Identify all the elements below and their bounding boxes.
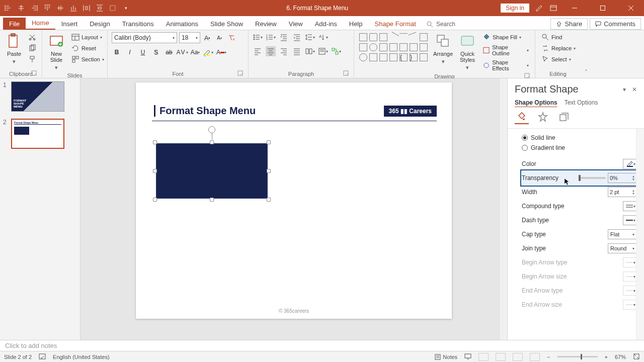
bullets-icon[interactable]: ▾: [253, 32, 263, 42]
collapse-ribbon-icon[interactable]: ˄: [581, 30, 592, 78]
drawing-dialog-icon[interactable]: [524, 72, 531, 79]
tab-home[interactable]: Home: [26, 17, 55, 30]
indent-right-icon[interactable]: [292, 32, 302, 42]
qat-align-bottom-icon[interactable]: [69, 4, 77, 12]
spellcheck-icon[interactable]: [39, 353, 46, 361]
resize-handle[interactable]: [267, 169, 271, 173]
underline-icon[interactable]: U: [138, 47, 148, 57]
increase-font-icon[interactable]: A▴: [202, 33, 212, 43]
selected-shape[interactable]: [153, 140, 271, 202]
join-type-select[interactable]: Round▾: [608, 243, 637, 253]
notes-pane[interactable]: Click to add notes: [0, 340, 644, 351]
layout-button[interactable]: Layout▾: [69, 32, 106, 42]
tab-view[interactable]: View: [283, 18, 309, 30]
resize-handle[interactable]: [210, 140, 214, 144]
indent-left-icon[interactable]: [279, 32, 289, 42]
compound-type-picker[interactable]: ▾: [623, 201, 637, 211]
select-button[interactable]: Select▾: [539, 54, 578, 64]
vertical-scrollbar[interactable]: [499, 78, 507, 340]
effects-icon[interactable]: [536, 110, 550, 124]
zoom-level[interactable]: 67%: [615, 354, 626, 360]
tab-file[interactable]: File: [3, 18, 26, 30]
font-name-select[interactable]: Calibri (Body)▾: [112, 32, 177, 43]
ribbon-display-icon[interactable]: [549, 4, 557, 12]
resize-handle[interactable]: [153, 169, 157, 173]
thumbnail-2[interactable]: Format Shape Menu: [11, 119, 64, 149]
align-center-icon[interactable]: [266, 46, 276, 56]
shape-fill-button[interactable]: Shape Fill▾: [480, 32, 531, 42]
resize-handle[interactable]: [153, 140, 157, 144]
cut-icon[interactable]: [27, 32, 37, 42]
shape-outline-button[interactable]: Shape Outline▾: [480, 43, 531, 57]
qat-align-center-icon[interactable]: [17, 4, 25, 12]
language-indicator[interactable]: English (United States): [53, 354, 110, 360]
strikethrough-icon[interactable]: ab: [164, 47, 174, 57]
font-color-icon[interactable]: A▾: [216, 47, 226, 57]
tab-animations[interactable]: Animations: [160, 18, 204, 30]
shadow-icon[interactable]: S: [151, 47, 161, 57]
columns-icon[interactable]: ▾: [305, 46, 315, 56]
qat-customize-icon[interactable]: ▾: [122, 4, 130, 12]
qat-align-right-icon[interactable]: [30, 4, 38, 12]
italic-icon[interactable]: I: [125, 47, 135, 57]
zoom-slider[interactable]: [557, 356, 598, 357]
transparency-input[interactable]: 0%▲▼: [608, 173, 637, 183]
minimize-button[interactable]: [564, 1, 586, 16]
normal-view-icon[interactable]: [478, 353, 489, 361]
close-button[interactable]: [620, 1, 642, 16]
size-props-icon[interactable]: [557, 110, 571, 124]
gradient-line-radio[interactable]: Gradient line: [522, 143, 637, 153]
cap-type-select[interactable]: Flat▾: [608, 229, 637, 239]
new-slide-button[interactable]: New Slide▾: [46, 32, 66, 71]
find-button[interactable]: Find: [539, 32, 578, 42]
paragraph-dialog-icon[interactable]: [343, 70, 350, 77]
share-button[interactable]: Share: [550, 18, 588, 30]
transparency-slider[interactable]: [579, 177, 606, 179]
tab-addins[interactable]: Add-ins: [309, 18, 343, 30]
align-left-icon[interactable]: [253, 46, 263, 56]
mode-icon[interactable]: [535, 4, 543, 12]
format-painter-icon[interactable]: [27, 54, 37, 64]
clipboard-dialog-icon[interactable]: [31, 70, 38, 77]
align-text-icon[interactable]: ▾: [318, 46, 328, 56]
solid-line-radio[interactable]: Solid line: [522, 133, 637, 143]
resize-handle[interactable]: [267, 140, 271, 144]
font-size-select[interactable]: 18▾: [179, 32, 200, 43]
arrange-button[interactable]: Arrange▾: [432, 32, 454, 65]
numbering-icon[interactable]: 123▾: [266, 32, 276, 42]
copy-icon[interactable]: [27, 43, 37, 53]
font-dialog-icon[interactable]: [237, 70, 244, 77]
resize-handle[interactable]: [210, 198, 214, 202]
qat-align-left-icon[interactable]: [4, 4, 12, 12]
pane-tab-text-options[interactable]: Text Options: [565, 99, 598, 106]
search-box[interactable]: Search: [422, 19, 459, 30]
tab-transitions[interactable]: Transitions: [116, 18, 160, 30]
tab-design[interactable]: Design: [84, 18, 116, 30]
smartart-icon[interactable]: ▾: [331, 46, 341, 56]
qat-align-top-icon[interactable]: [43, 4, 51, 12]
tab-help[interactable]: Help: [343, 18, 369, 30]
maximize-button[interactable]: [592, 1, 614, 16]
reset-button[interactable]: Reset: [69, 43, 106, 53]
clear-formatting-icon[interactable]: [226, 33, 236, 43]
quick-styles-button[interactable]: Quick Styles▾: [457, 32, 477, 71]
comments-button[interactable]: Comments: [590, 18, 641, 30]
dash-type-picker[interactable]: ▾: [623, 215, 637, 225]
width-input[interactable]: 2 pt▲▼: [608, 187, 637, 197]
pane-close-icon[interactable]: ✕: [632, 86, 637, 93]
thumbnail-1[interactable]: FORMAT SHAPE MENU: [11, 81, 64, 112]
highlight-icon[interactable]: ▾: [203, 47, 213, 57]
display-settings-icon[interactable]: [464, 353, 471, 361]
tab-insert[interactable]: Insert: [55, 18, 84, 30]
slideshow-view-icon[interactable]: [530, 353, 540, 361]
change-case-icon[interactable]: Aa▾: [190, 47, 200, 57]
resize-handle[interactable]: [153, 198, 157, 202]
pane-scrollbar[interactable]: [636, 129, 644, 340]
decrease-font-icon[interactable]: A▾: [214, 33, 224, 43]
paste-button[interactable]: Paste▾: [4, 32, 24, 65]
line-spacing-icon[interactable]: ▾: [305, 32, 315, 42]
replace-button[interactable]: Replace▾: [539, 43, 578, 53]
line-color-picker[interactable]: ▾: [623, 159, 637, 169]
notes-toggle[interactable]: Notes: [435, 354, 457, 360]
pane-tab-shape-options[interactable]: Shape Options: [515, 99, 557, 106]
